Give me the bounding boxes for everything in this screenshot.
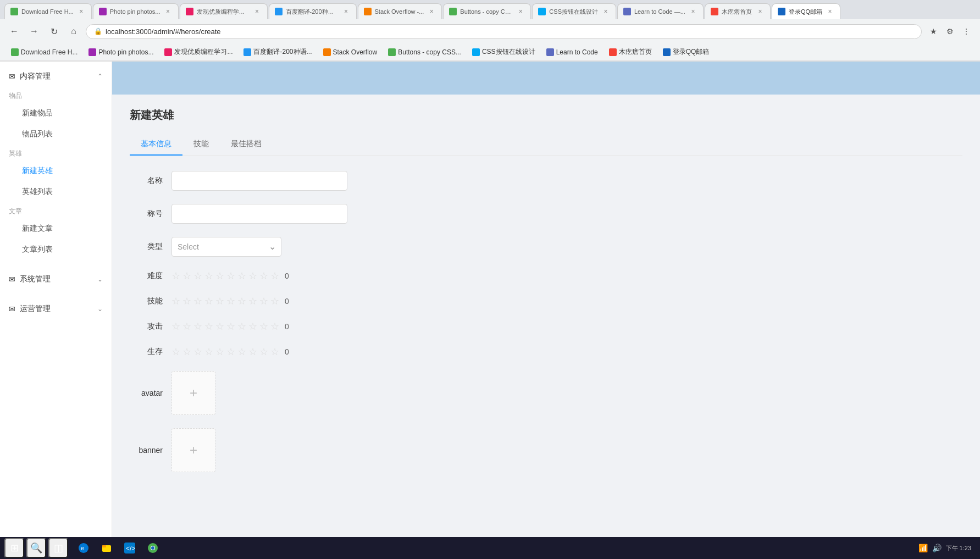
attack-star-7[interactable]: ☆ (237, 320, 246, 333)
survival-star-9[interactable]: ☆ (259, 346, 268, 358)
browser-tab-tab6[interactable]: Buttons - copy CS...× (443, 3, 531, 19)
browser-tab-tab3[interactable]: 发现优质编程学习...× (180, 3, 268, 19)
attack-star-4[interactable]: ☆ (204, 320, 213, 333)
browser-tab-tab8[interactable]: Learn to Code —...× (617, 3, 704, 19)
bookmark-6[interactable]: CSS按钮在线设计 (468, 46, 540, 58)
sidebar-item-new-hero[interactable]: 新建英雄 (0, 160, 112, 181)
difficulty-star-6[interactable]: ☆ (226, 270, 235, 282)
home-button[interactable]: ⌂ (66, 24, 81, 39)
survival-star-8[interactable]: ☆ (248, 346, 257, 358)
survival-star-3[interactable]: ☆ (193, 346, 202, 358)
sidebar-group-system-management[interactable]: ✉ 系统管理 ⌄ (0, 269, 112, 290)
attack-star-5[interactable]: ☆ (215, 320, 224, 333)
skills-star-4[interactable]: ☆ (204, 295, 213, 307)
tab-close-tab7[interactable]: × (601, 7, 610, 16)
bookmark-0[interactable]: Download Free H... (7, 47, 82, 58)
skills-star-8[interactable]: ☆ (248, 295, 257, 307)
survival-star-10[interactable]: ☆ (270, 346, 279, 358)
difficulty-star-3[interactable]: ☆ (193, 270, 202, 282)
survival-star-2[interactable]: ☆ (182, 346, 191, 358)
browser-tab-tab7[interactable]: CSS按钮在线设计× (532, 3, 616, 19)
name-input[interactable] (171, 171, 347, 191)
tab-close-tab2[interactable]: × (164, 7, 173, 16)
skills-star-2[interactable]: ☆ (182, 295, 191, 307)
bookmark-2[interactable]: 发现优质编程学习... (160, 46, 237, 58)
forward-button[interactable]: → (26, 24, 42, 39)
refresh-button[interactable]: ↻ (46, 24, 62, 39)
tab-close-tab6[interactable]: × (516, 7, 525, 16)
sidebar-item-new-article[interactable]: 新建文章 (0, 218, 112, 239)
extensions-button[interactable]: ⚙ (943, 24, 957, 38)
difficulty-star-2[interactable]: ☆ (182, 270, 191, 282)
attack-star-2[interactable]: ☆ (182, 320, 191, 333)
sidebar-item-item-list[interactable]: 物品列表 (0, 124, 112, 145)
attack-star-8[interactable]: ☆ (248, 320, 257, 333)
attack-star-10[interactable]: ☆ (270, 320, 279, 333)
taskbar-file-explorer[interactable] (96, 538, 118, 555)
back-button[interactable]: ← (7, 24, 22, 39)
skills-star-5[interactable]: ☆ (215, 295, 224, 307)
bookmark-1[interactable]: Photo pin photos... (84, 47, 158, 58)
search-button[interactable]: 🔍 (26, 538, 46, 555)
survival-star-4[interactable]: ☆ (204, 346, 213, 358)
skills-star-7[interactable]: ☆ (237, 295, 246, 307)
difficulty-star-1[interactable]: ☆ (171, 270, 180, 282)
skills-star-1[interactable]: ☆ (171, 295, 180, 307)
sidebar-item-new-item[interactable]: 新建物品 (0, 103, 112, 124)
browser-tab-tab1[interactable]: Download Free H...× (4, 3, 92, 19)
sidebar-group-content-management[interactable]: ✉ 内容管理 ⌃ (0, 66, 112, 87)
tab-close-tab1[interactable]: × (77, 7, 86, 16)
sidebar-item-hero-list[interactable]: 英雄列表 (0, 181, 112, 202)
sidebar-group-operations-management[interactable]: ✉ 运营管理 ⌄ (0, 298, 112, 319)
type-select[interactable]: Select 战士 法师 刺客 坦克 射手 辅助 (171, 237, 281, 257)
tab-close-tab10[interactable]: × (826, 7, 834, 16)
attack-star-3[interactable]: ☆ (193, 320, 202, 333)
bookmark-9[interactable]: 登录QQ邮箱 (658, 46, 714, 58)
difficulty-star-7[interactable]: ☆ (237, 270, 246, 282)
attack-star-6[interactable]: ☆ (226, 320, 235, 333)
avatar-upload[interactable]: + (171, 371, 215, 415)
browser-tab-tab10[interactable]: 登录QQ邮箱× (772, 3, 840, 19)
bookmark-4[interactable]: Stack Overflow (319, 47, 382, 58)
skills-star-9[interactable]: ☆ (259, 295, 268, 307)
banner-upload[interactable]: + (171, 428, 215, 472)
attack-star-1[interactable]: ☆ (171, 320, 180, 333)
survival-star-6[interactable]: ☆ (226, 346, 235, 358)
skills-star-10[interactable]: ☆ (270, 295, 279, 307)
tab-close-tab3[interactable]: × (253, 7, 262, 16)
tab-skills[interactable]: 技能 (182, 134, 220, 156)
tab-close-tab9[interactable]: × (756, 7, 765, 16)
tab-basic-info[interactable]: 基本信息 (130, 134, 182, 156)
bookmark-7[interactable]: Learn to Code (542, 47, 602, 58)
bookmark-5[interactable]: Buttons - copy CSS... (384, 47, 466, 58)
menu-button[interactable]: ⋮ (959, 24, 973, 38)
browser-tab-tab5[interactable]: Stack Overflow -...× (358, 3, 442, 19)
survival-star-5[interactable]: ☆ (215, 346, 224, 358)
difficulty-star-10[interactable]: ☆ (270, 270, 279, 282)
tab-close-tab8[interactable]: × (689, 7, 697, 16)
title-input[interactable] (171, 204, 347, 224)
sidebar-item-article-list[interactable]: 文章列表 (0, 239, 112, 260)
difficulty-star-5[interactable]: ☆ (215, 270, 224, 282)
taskbar-chrome[interactable] (142, 538, 164, 555)
tab-close-tab5[interactable]: × (427, 7, 436, 16)
tab-close-tab4[interactable]: × (342, 7, 351, 16)
skills-star-3[interactable]: ☆ (193, 295, 202, 307)
browser-tab-tab2[interactable]: Photo pin photos...× (93, 3, 179, 19)
browser-tab-tab4[interactable]: 百度翻译-200种语...× (269, 3, 357, 19)
difficulty-star-8[interactable]: ☆ (248, 270, 257, 282)
difficulty-star-4[interactable]: ☆ (204, 270, 213, 282)
start-button[interactable]: ⊞ (4, 538, 24, 555)
survival-star-7[interactable]: ☆ (237, 346, 246, 358)
bookmark-3[interactable]: 百度翻译-200种语... (239, 46, 316, 58)
taskbar-edge[interactable]: e (73, 538, 95, 555)
survival-star-1[interactable]: ☆ (171, 346, 180, 358)
skills-star-6[interactable]: ☆ (226, 295, 235, 307)
bookmarks-button[interactable]: ★ (926, 24, 940, 38)
difficulty-star-9[interactable]: ☆ (259, 270, 268, 282)
browser-tab-tab9[interactable]: 木疙瘩首页× (705, 3, 771, 19)
address-bar[interactable]: 🔒 localhost:3000/admin/#/heros/create (86, 24, 922, 39)
tab-best-combo[interactable]: 最佳搭档 (220, 134, 273, 156)
taskbar-vscode[interactable]: </> (119, 538, 141, 555)
attack-star-9[interactable]: ☆ (259, 320, 268, 333)
